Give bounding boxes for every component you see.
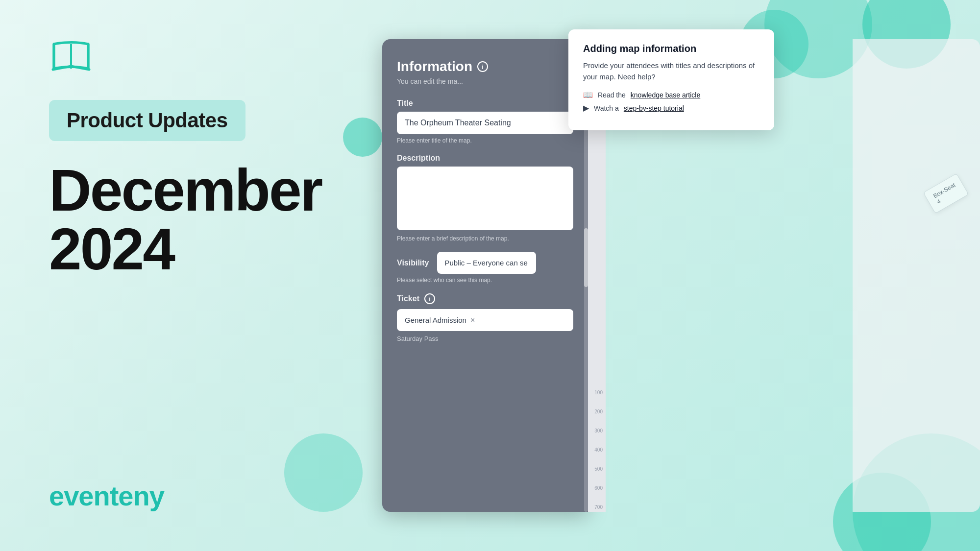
ruler-mark-700: 700 xyxy=(594,504,603,510)
section-title: Information xyxy=(397,59,472,74)
section-header: Information i xyxy=(397,59,573,74)
badge-text: Product Updates xyxy=(67,109,228,132)
ruler-mark-200: 200 xyxy=(594,409,603,414)
book-link-icon: 📖 xyxy=(583,90,593,99)
tooltip-title: Adding map information xyxy=(583,43,760,54)
product-updates-badge: Product Updates xyxy=(49,100,245,141)
ruler-mark-600: 600 xyxy=(594,485,603,491)
tooltip: Adding map information Provide your atte… xyxy=(568,29,774,130)
section-subtitle: You can edit the ma... xyxy=(397,77,573,85)
ruler-mark-400: 400 xyxy=(594,447,603,453)
visibility-hint: Please select who can see this map. xyxy=(397,277,573,284)
title-hint: Please enter title of the map. xyxy=(397,137,573,144)
app-panel: Information i You can edit the ma... Tit… xyxy=(382,39,588,512)
tooltip-link-row-1: 📖 Read the knowledge base article xyxy=(583,90,760,99)
play-link-icon: ▶ xyxy=(583,103,589,113)
left-panel: Product Updates December 2024 eventeny xyxy=(0,0,382,551)
tooltip-link-row-2: ▶ Watch a step-by-step tutorial xyxy=(583,103,760,113)
visibility-select[interactable]: Public – Everyone can se Private – Only … xyxy=(437,252,536,274)
knowledge-base-link[interactable]: knowledge base article xyxy=(631,91,700,99)
ruler-mark-500: 500 xyxy=(594,466,603,472)
ruler-mark-300: 300 xyxy=(594,428,603,433)
title-label: Title xyxy=(397,99,573,108)
ticket-info-icon[interactable]: i xyxy=(424,293,435,304)
date-heading: December 2024 xyxy=(49,161,333,278)
tooltip-link2-prefix: Watch a xyxy=(594,104,619,112)
description-label: Description xyxy=(397,154,573,163)
ticket-tag-text: General Admission xyxy=(405,316,466,324)
logo-text: eventeny xyxy=(49,480,164,512)
description-input[interactable] xyxy=(397,167,573,230)
description-hint: Please enter a brief description of the … xyxy=(397,235,573,242)
ticket-tag2: Saturday Pass xyxy=(397,335,573,342)
seat-box-1: Box-Seat4 xyxy=(923,173,969,214)
scrollbar-thumb xyxy=(584,228,588,287)
ticket-label: Ticket xyxy=(397,294,419,303)
tutorial-link[interactable]: step-by-step tutorial xyxy=(624,104,684,112)
title-input[interactable] xyxy=(397,112,573,134)
tooltip-link1-prefix: Read the xyxy=(598,91,626,99)
right-panel: Information i You can edit the ma... Tit… xyxy=(382,0,980,551)
ticket-header: Ticket i xyxy=(397,293,573,304)
ticket-section: Ticket i General Admission × Saturday Pa… xyxy=(397,293,573,342)
ticket-tag-remove[interactable]: × xyxy=(470,316,475,324)
visibility-label: Visibility xyxy=(397,259,429,267)
ruler-mark-100: 100 xyxy=(594,390,603,395)
info-icon[interactable]: i xyxy=(477,61,488,72)
book-icon xyxy=(49,39,93,73)
visibility-select-wrapper: Public – Everyone can se Private – Only … xyxy=(437,252,573,274)
ticket-tag-general: General Admission × xyxy=(397,309,573,331)
logo: eventeny xyxy=(49,480,333,512)
seating-map: Box-Seat4 xyxy=(853,39,980,512)
visibility-row: Visibility Public – Everyone can se Priv… xyxy=(397,252,573,274)
tooltip-body: Provide your attendees with titles and d… xyxy=(583,60,760,82)
